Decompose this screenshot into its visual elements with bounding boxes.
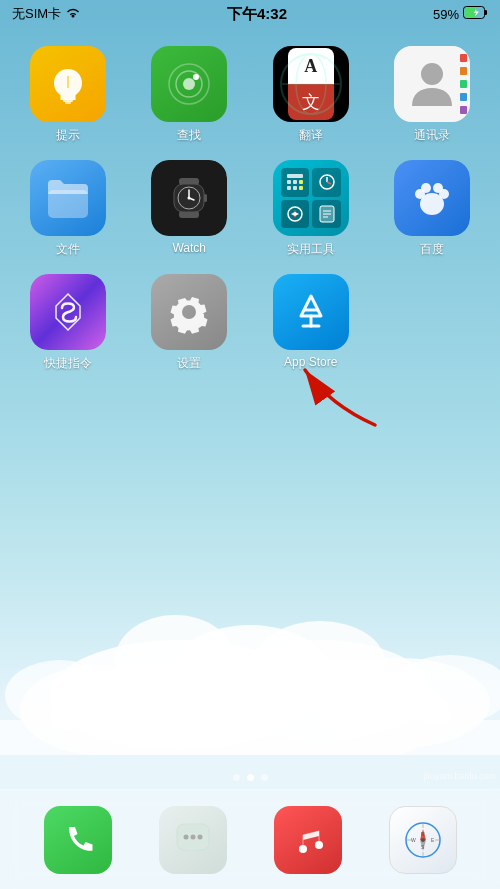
svg-rect-25 [48,190,88,218]
svg-rect-37 [299,180,303,184]
app-grid: 提示 查找 A 文 [0,36,500,372]
battery-icon [463,6,488,22]
dock-icon-phone [44,806,112,874]
dock-music[interactable] [274,806,342,874]
app-label-settings: 设置 [177,355,201,372]
svg-point-62 [299,845,307,853]
dock-safari[interactable]: N S W E [389,806,457,874]
app-contacts[interactable]: 通讯录 [375,46,491,144]
status-time: 下午4:32 [227,5,287,24]
app-label-wenjian: 文件 [56,241,80,258]
app-label-watch: Watch [172,241,206,255]
svg-point-71 [421,838,425,842]
app-shiyong[interactable]: 实用工具 [253,160,369,258]
app-label-contacts: 通讯录 [414,127,450,144]
svg-point-63 [315,841,323,849]
app-icon-chazhao [151,46,227,122]
page-dot-3 [261,774,268,781]
app-icon-contacts [394,46,470,122]
page-dot-2 [247,774,254,781]
svg-point-32 [188,197,191,200]
svg-point-8 [5,660,115,730]
app-icon-siri [30,274,106,350]
app-label-chazhao: 查找 [177,127,201,144]
svg-rect-33 [204,194,207,202]
app-icon-appstore [273,274,349,350]
app-icon-tishi [30,46,106,122]
svg-point-53 [439,189,449,199]
app-tishi[interactable]: 提示 [10,46,126,144]
wifi-icon [65,7,81,22]
svg-rect-36 [293,180,297,184]
svg-point-20 [193,74,199,80]
svg-rect-10 [0,720,500,755]
status-right: 59% [433,6,488,22]
page-dot-1 [233,774,240,781]
app-watch[interactable]: Watch [132,160,248,258]
app-chazhao[interactable]: 查找 [132,46,248,144]
app-label-siri: 快捷指令 [44,355,92,372]
battery-label: 59% [433,7,459,22]
dock-icon-music [274,806,342,874]
svg-rect-12 [485,10,488,15]
app-baidu[interactable]: 百度 [375,160,491,258]
app-wenjian[interactable]: 文件 [10,160,126,258]
app-label-shiyong: 实用工具 [287,241,335,258]
svg-point-19 [183,78,195,90]
svg-rect-34 [287,174,303,178]
svg-rect-35 [287,180,291,184]
svg-point-60 [190,834,195,839]
app-icon-baidu [394,160,470,236]
app-label-baidu: 百度 [420,241,444,258]
svg-point-59 [183,834,188,839]
status-bar: 无SIM卡 下午4:32 59% [0,0,500,28]
app-icon-watch [151,160,227,236]
svg-point-6 [115,615,235,705]
app-label-tishi: 提示 [56,127,80,144]
svg-rect-40 [299,186,303,190]
svg-text:W: W [411,837,416,843]
arrow-annotation [290,350,390,430]
app-icon-settings [151,274,227,350]
dock: N S W E [0,789,500,889]
svg-point-7 [255,621,385,705]
clouds [0,535,500,759]
dock-icon-safari: N S W E [389,806,457,874]
app-icon-fanyi: A 文 [273,46,349,122]
dock-icon-messages [159,806,227,874]
app-icon-wenjian [30,160,106,236]
app-siri[interactable]: 快捷指令 [10,274,126,372]
svg-text:E: E [431,837,435,843]
app-settings[interactable]: 设置 [132,274,248,372]
svg-line-43 [327,182,331,184]
status-left: 无SIM卡 [12,5,81,23]
app-fanyi[interactable]: A 文 翻译 [253,46,369,144]
svg-rect-15 [65,102,71,105]
dock-phone[interactable] [44,806,112,874]
app-icon-shiyong [273,160,349,236]
svg-text:N: N [421,831,425,837]
svg-point-61 [197,834,202,839]
watermark: jituyam.baidu.com [419,769,500,783]
svg-rect-39 [293,186,297,190]
dock-messages[interactable] [159,806,227,874]
carrier-label: 无SIM卡 [12,5,61,23]
svg-point-24 [421,63,443,85]
svg-rect-38 [287,186,291,190]
app-label-fanyi: 翻译 [299,127,323,144]
svg-point-51 [421,183,431,193]
